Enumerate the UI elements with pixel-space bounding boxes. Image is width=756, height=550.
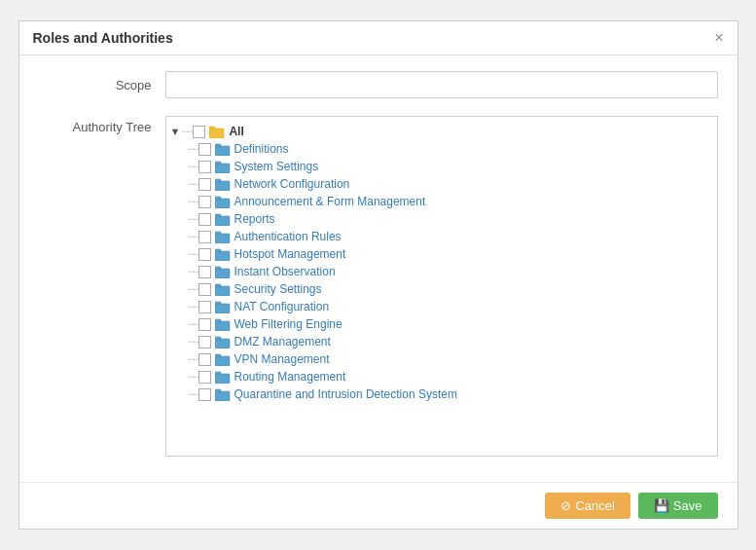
svg-rect-8 <box>215 199 230 208</box>
svg-rect-19 <box>215 284 221 287</box>
close-button[interactable]: × <box>714 29 723 47</box>
checkbox-announcement-form[interactable] <box>198 196 211 208</box>
label-dmz-management[interactable]: DMZ Management <box>234 335 331 348</box>
tree-toggle-icon[interactable]: ▼ <box>170 126 181 137</box>
authority-tree-container: Authority Tree ▼ ┄┄ All ┄┄ <box>39 116 718 457</box>
root-folder-icon <box>209 126 225 138</box>
dialog-footer: ⊘ Cancel 💾 Save <box>19 482 738 529</box>
svg-rect-16 <box>215 269 230 278</box>
label-security-settings[interactable]: Security Settings <box>234 282 322 296</box>
dialog-title-bar: Roles and Authorities × <box>19 21 738 55</box>
svg-rect-11 <box>215 214 221 217</box>
checkbox-dmz-management[interactable] <box>198 336 211 348</box>
svg-rect-7 <box>215 179 221 182</box>
folder-icon-quarantine-intrusion <box>215 388 231 401</box>
svg-rect-18 <box>215 286 230 296</box>
checkbox-web-filtering-engine[interactable] <box>198 318 211 331</box>
tree-item-nat-configuration: ┄┄ NAT Configuration <box>188 298 713 315</box>
tree-item-reports: ┄┄ Reports <box>188 210 713 228</box>
save-button[interactable]: 💾 Save <box>638 493 718 519</box>
tree-item-system-settings: ┄┄ System Settings <box>188 158 713 175</box>
label-quarantine-intrusion[interactable]: Quarantine and Intrusion Detection Syste… <box>234 387 457 401</box>
label-authentication-rules[interactable]: Authentication Rules <box>234 230 342 243</box>
tree-item-instant-observation: ┄┄ Instant Observation <box>188 263 713 280</box>
tree-item-routing-management: ┄┄ Routing Management <box>188 368 713 385</box>
connector-security-settings: ┄┄ <box>188 283 198 296</box>
svg-rect-30 <box>215 391 230 401</box>
svg-rect-5 <box>215 162 221 165</box>
checkbox-network-configuration[interactable] <box>198 178 211 191</box>
save-label: Save <box>673 498 702 513</box>
folder-icon-web-filtering-engine <box>215 318 231 331</box>
checkbox-definitions[interactable] <box>198 143 211 156</box>
label-vpn-management[interactable]: VPN Management <box>234 352 330 366</box>
folder-icon-authentication-rules <box>215 231 231 243</box>
folder-icon-security-settings <box>215 283 231 296</box>
scope-label: Scope <box>39 78 165 92</box>
label-routing-management[interactable]: Routing Management <box>234 370 346 384</box>
connector-instant-observation: ┄┄ <box>188 266 198 278</box>
svg-rect-3 <box>215 144 221 147</box>
folder-icon-hotspot-management <box>215 248 231 261</box>
svg-rect-15 <box>215 249 221 252</box>
tree-item-security-settings: ┄┄ Security Settings <box>188 280 713 298</box>
tree-item-dmz-management: ┄┄ DMZ Management <box>188 333 713 350</box>
label-reports[interactable]: Reports <box>234 212 275 226</box>
checkbox-authentication-rules[interactable] <box>198 231 211 243</box>
svg-rect-24 <box>215 339 230 348</box>
connector-nat-configuration: ┄┄ <box>188 301 198 313</box>
svg-rect-12 <box>215 234 230 243</box>
cancel-button[interactable]: ⊘ Cancel <box>545 493 630 519</box>
checkbox-system-settings[interactable] <box>198 161 211 173</box>
svg-rect-26 <box>215 356 230 366</box>
svg-rect-4 <box>215 164 230 173</box>
dialog-title: Roles and Authorities <box>33 30 173 46</box>
svg-rect-14 <box>215 251 230 261</box>
scope-input[interactable] <box>165 71 718 98</box>
connector-dmz-management: ┄┄ <box>188 336 198 348</box>
tree-root-row: ▼ ┄┄ All <box>170 123 713 140</box>
svg-rect-0 <box>209 128 224 138</box>
checkbox-vpn-management[interactable] <box>198 353 211 366</box>
checkbox-reports[interactable] <box>198 213 211 226</box>
checkbox-hotspot-management[interactable] <box>198 248 211 261</box>
label-announcement-form[interactable]: Announcement & Form Management <box>234 195 426 208</box>
folder-icon-system-settings <box>215 161 231 173</box>
folder-icon-network-configuration <box>215 178 231 191</box>
folder-icon-dmz-management <box>215 336 231 348</box>
label-hotspot-management[interactable]: Hotspot Management <box>234 247 346 261</box>
connector-network-configuration: ┄┄ <box>188 178 198 191</box>
checkbox-instant-observation[interactable] <box>198 266 211 278</box>
label-network-configuration[interactable]: Network Configuration <box>234 177 350 191</box>
tree-item-authentication-rules: ┄┄ Authentication Rules <box>188 228 713 245</box>
connector-web-filtering-engine: ┄┄ <box>188 318 198 331</box>
svg-rect-29 <box>215 372 221 375</box>
checkbox-security-settings[interactable] <box>198 283 211 296</box>
label-web-filtering-engine[interactable]: Web Filtering Engine <box>234 317 342 331</box>
label-system-settings[interactable]: System Settings <box>234 160 319 173</box>
svg-rect-6 <box>215 181 230 191</box>
folder-icon-nat-configuration <box>215 301 231 313</box>
label-instant-observation[interactable]: Instant Observation <box>234 265 336 278</box>
tree-item-announcement-form: ┄┄ Announcement & Form Management <box>188 193 713 210</box>
tree-root-checkbox[interactable] <box>193 126 205 138</box>
authority-tree-label: Authority Tree <box>39 116 165 134</box>
checkbox-quarantine-intrusion[interactable] <box>198 388 211 401</box>
svg-rect-2 <box>215 146 230 156</box>
folder-icon-announcement-form <box>215 196 231 208</box>
svg-rect-28 <box>215 374 230 384</box>
label-definitions[interactable]: Definitions <box>234 142 289 156</box>
label-nat-configuration[interactable]: NAT Configuration <box>234 300 330 313</box>
svg-rect-21 <box>215 302 221 305</box>
tree-root-label[interactable]: All <box>229 125 243 138</box>
folder-icon-definitions <box>215 143 231 156</box>
svg-rect-31 <box>215 389 221 392</box>
svg-rect-23 <box>215 319 221 322</box>
tree-box[interactable]: ▼ ┄┄ All ┄┄ Definitions <box>165 116 718 457</box>
checkbox-nat-configuration[interactable] <box>198 301 211 313</box>
scope-row: Scope <box>39 71 718 98</box>
connector-quarantine-intrusion: ┄┄ <box>188 388 198 401</box>
checkbox-routing-management[interactable] <box>198 371 211 384</box>
save-icon: 💾 <box>654 498 669 513</box>
dialog-body: Scope Authority Tree ▼ ┄┄ All <box>19 55 738 472</box>
